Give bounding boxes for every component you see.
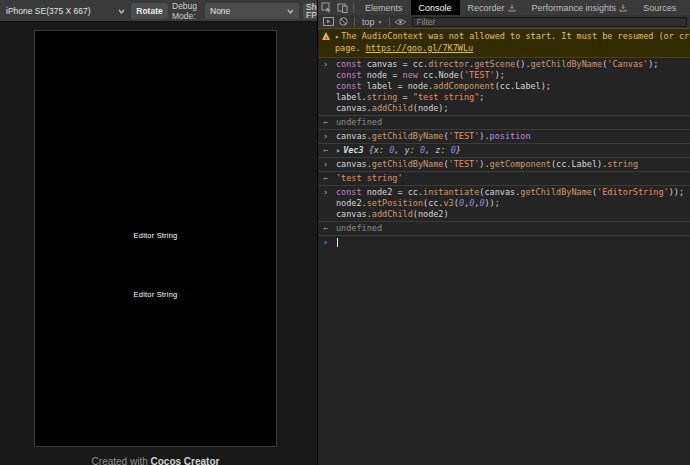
warning-icon: [322, 32, 330, 40]
input-chevron-icon: ›: [323, 131, 335, 142]
tab-network[interactable]: Network: [684, 0, 690, 15]
console-entry: › canvas.getChildByName('TEST').getCompo…: [318, 158, 690, 172]
console-input-line: › canvas.getChildByName('TEST').getCompo…: [318, 159, 690, 170]
console-input-line: canvas.addChild(node2): [318, 209, 690, 220]
console-result-expandable[interactable]: ← ▸Vec3 {x: 0, y: 0, z: 0}: [318, 144, 690, 158]
console-input-line: canvas.addChild(node);: [318, 103, 690, 114]
live-expression-eye-icon[interactable]: [393, 16, 408, 28]
toolbar-divider: [354, 17, 355, 27]
expand-arrow-icon[interactable]: ▸: [335, 33, 339, 41]
created-with-footer: Created with Cocos Creator: [34, 456, 277, 465]
toolbar-divider: [389, 17, 390, 27]
return-arrow-icon: ←: [323, 223, 335, 234]
device-select[interactable]: iPhone SE(375 X 667): [6, 3, 125, 19]
chevron-down-icon: [118, 9, 125, 14]
tab-performance-insights[interactable]: Performance insights: [524, 0, 636, 15]
toolbar-divider: [353, 3, 354, 13]
canvas-label-editor-string-2: Editor String: [35, 290, 276, 299]
console-result: ← undefined: [318, 222, 690, 236]
canvas-label-editor-string-1: Editor String: [35, 231, 276, 240]
console-result: ← 'test string': [318, 172, 690, 186]
console-input-line: const label = node.addComponent(cc.Label…: [318, 81, 690, 92]
tab-recorder[interactable]: Recorder: [460, 0, 524, 15]
chevron-down-icon: [287, 9, 294, 14]
console-input-line: › canvas.getChildByName('TEST').position: [318, 131, 690, 142]
screenshot-stage: iPhone SE(375 X 667) Rotate Debug Mode: …: [0, 0, 690, 465]
warning-text-line2: page.: [335, 43, 366, 53]
console-filter-input[interactable]: [412, 17, 687, 27]
inspect-element-icon[interactable]: [318, 0, 334, 15]
show-fps-button[interactable]: Show FPS: [303, 3, 317, 19]
input-chevron-icon: ›: [323, 187, 335, 198]
console-input-line: › const node2 = cc.instantiate(canvas.ge…: [318, 187, 690, 198]
warning-link[interactable]: https://goo.gl/7K7WLu: [366, 43, 473, 53]
warning-text-line1: The AudioContext was not allowed to star…: [341, 31, 690, 41]
console-messages: ▸The AudioContext was not allowed to sta…: [318, 29, 690, 449]
console-warning-audiocontext: ▸The AudioContext was not allowed to sta…: [318, 29, 690, 58]
input-chevron-icon: ›: [323, 159, 335, 170]
device-select-label: iPhone SE(375 X 667): [6, 6, 91, 16]
console-input-line: label.string = "test string";: [318, 92, 690, 103]
console-entry: › canvas.getChildByName('TEST').position: [318, 130, 690, 144]
preview-toolbar: iPhone SE(375 X 667) Rotate Debug Mode: …: [0, 0, 317, 22]
prompt-chevron-icon: ›: [323, 237, 335, 248]
debug-mode-label: Debug Mode:: [172, 1, 197, 21]
console-entry: › const node2 = cc.instantiate(canvas.ge…: [318, 186, 690, 222]
console-prompt[interactable]: ›: [318, 236, 690, 249]
text-caret: [337, 238, 338, 247]
console-toolbar: top ▼: [318, 15, 690, 29]
tab-elements[interactable]: Elements: [357, 0, 411, 15]
cocos-creator-brand: Cocos Creator: [151, 456, 220, 465]
console-input-line: › const canvas = cc.director.getScene().…: [318, 59, 690, 70]
return-arrow-icon: ←: [323, 173, 335, 184]
emulated-page-pane: iPhone SE(375 X 667) Rotate Debug Mode: …: [0, 0, 317, 465]
console-sidebar-icon[interactable]: [321, 16, 336, 28]
rotate-button[interactable]: Rotate: [131, 3, 168, 19]
console-entry: › const canvas = cc.director.getScene().…: [318, 58, 690, 116]
return-arrow-icon: ←: [323, 117, 335, 128]
devtools-tab-bar: Elements Console Recorder Performance in…: [318, 0, 690, 15]
input-chevron-icon: ›: [323, 59, 335, 70]
device-toolbar-icon[interactable]: [334, 0, 350, 15]
preview-feature-icon: [508, 4, 516, 12]
debug-mode-select[interactable]: None: [205, 3, 299, 19]
javascript-context-select[interactable]: top ▼: [358, 17, 386, 27]
dropdown-arrow-icon: ▼: [378, 19, 383, 25]
console-input-line: const node = new cc.Node('TEST');: [318, 70, 690, 81]
preview-feature-icon: [619, 4, 627, 12]
devtools-panel: Elements Console Recorder Performance in…: [317, 0, 690, 465]
console-result: ← undefined: [318, 116, 690, 130]
tab-console[interactable]: Console: [411, 0, 460, 15]
tab-sources[interactable]: Sources: [635, 0, 684, 15]
game-canvas[interactable]: Editor String Editor String: [34, 30, 277, 447]
console-input-line: node2.setPosition(cc.v3(0,0,0));: [318, 198, 690, 209]
clear-console-icon[interactable]: [336, 16, 351, 28]
return-arrow-icon: ←: [323, 145, 335, 156]
